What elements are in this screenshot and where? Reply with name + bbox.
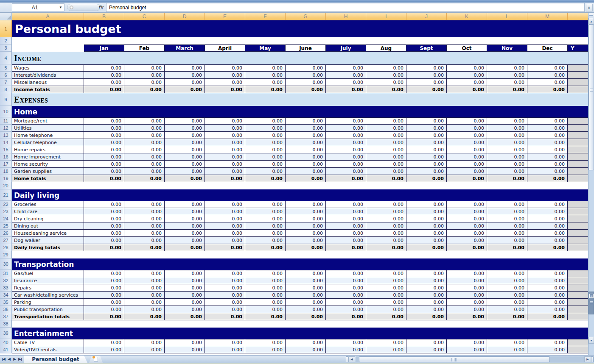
year-total-cell[interactable] bbox=[568, 146, 588, 153]
totals-value-cell[interactable]: 0.00 bbox=[286, 86, 326, 93]
value-cell[interactable]: 0.00 bbox=[527, 284, 568, 292]
year-total-cell[interactable] bbox=[568, 244, 588, 251]
value-cell[interactable]: 0.00 bbox=[527, 230, 568, 237]
value-cell[interactable]: 0.00 bbox=[487, 270, 527, 277]
totals-value-cell[interactable]: 0.00 bbox=[527, 244, 568, 251]
value-cell[interactable]: 0.00 bbox=[326, 139, 366, 146]
row-label-cell[interactable]: Interest/dividends bbox=[12, 72, 84, 79]
totals-value-cell[interactable]: 0.00 bbox=[447, 86, 487, 93]
month-cell[interactable]: March bbox=[165, 44, 205, 52]
row-header-38[interactable]: 38 bbox=[0, 320, 12, 328]
value-cell[interactable]: 0.00 bbox=[84, 72, 124, 79]
expand-formula-bar-button[interactable]: » bbox=[586, 4, 593, 11]
value-cell[interactable]: 0.00 bbox=[84, 208, 124, 215]
value-cell[interactable]: 0.00 bbox=[527, 117, 568, 125]
value-cell[interactable]: 0.00 bbox=[447, 146, 487, 153]
totals-value-cell[interactable]: 0.00 bbox=[527, 86, 568, 93]
value-cell[interactable]: 0.00 bbox=[487, 346, 527, 353]
value-cell[interactable]: 0.00 bbox=[487, 153, 527, 161]
value-cell[interactable]: 0.00 bbox=[205, 299, 245, 306]
row-header-33[interactable]: 33 bbox=[0, 284, 12, 292]
value-cell[interactable]: 0.00 bbox=[84, 117, 124, 125]
value-cell[interactable]: 0.00 bbox=[84, 201, 124, 208]
value-cell[interactable]: 0.00 bbox=[124, 215, 165, 222]
value-cell[interactable]: 0.00 bbox=[527, 215, 568, 222]
value-cell[interactable]: 0.00 bbox=[205, 346, 245, 353]
value-cell[interactable]: 0.00 bbox=[527, 299, 568, 306]
value-cell[interactable]: 0.00 bbox=[205, 79, 245, 86]
value-cell[interactable]: 0.00 bbox=[124, 201, 165, 208]
value-cell[interactable]: 0.00 bbox=[205, 201, 245, 208]
value-cell[interactable]: 0.00 bbox=[84, 64, 124, 72]
totals-value-cell[interactable]: 0.00 bbox=[487, 244, 527, 251]
value-cell[interactable]: 0.00 bbox=[84, 292, 124, 299]
value-cell[interactable]: 0.00 bbox=[205, 72, 245, 79]
month-cell[interactable]: June bbox=[286, 44, 326, 52]
value-cell[interactable]: 0.00 bbox=[326, 132, 366, 139]
value-cell[interactable]: 0.00 bbox=[527, 339, 568, 346]
value-cell[interactable]: 0.00 bbox=[406, 153, 447, 161]
value-cell[interactable]: 0.00 bbox=[447, 125, 487, 132]
value-cell[interactable]: 0.00 bbox=[447, 237, 487, 244]
value-cell[interactable]: 0.00 bbox=[406, 72, 447, 79]
column-header-I[interactable]: I bbox=[366, 13, 406, 20]
value-cell[interactable]: 0.00 bbox=[406, 346, 447, 353]
value-cell[interactable]: 0.00 bbox=[366, 346, 406, 353]
row-header-21[interactable]: 21 bbox=[0, 189, 12, 201]
value-cell[interactable]: 0.00 bbox=[124, 139, 165, 146]
value-cell[interactable]: 0.00 bbox=[245, 284, 286, 292]
value-cell[interactable]: 0.00 bbox=[286, 168, 326, 175]
value-cell[interactable]: 0.00 bbox=[326, 208, 366, 215]
year-total-cell[interactable] bbox=[568, 125, 588, 132]
value-cell[interactable]: 0.00 bbox=[447, 72, 487, 79]
value-cell[interactable]: 0.00 bbox=[366, 64, 406, 72]
value-cell[interactable]: 0.00 bbox=[286, 222, 326, 230]
row-header-9[interactable]: 9 bbox=[0, 93, 12, 106]
totals-value-cell[interactable]: 0.00 bbox=[84, 244, 124, 251]
value-cell[interactable]: 0.00 bbox=[527, 222, 568, 230]
year-total-cell[interactable] bbox=[568, 299, 588, 306]
year-total-cell[interactable] bbox=[568, 292, 588, 299]
totals-value-cell[interactable]: 0.00 bbox=[84, 86, 124, 93]
totals-label-cell[interactable]: Daily living totals bbox=[12, 244, 84, 251]
value-cell[interactable]: 0.00 bbox=[286, 125, 326, 132]
value-cell[interactable]: 0.00 bbox=[527, 125, 568, 132]
section-header[interactable]: Transportation bbox=[12, 258, 588, 270]
previous-sheet-button[interactable]: ◀ bbox=[6, 356, 12, 362]
value-cell[interactable]: 0.00 bbox=[406, 139, 447, 146]
value-cell[interactable]: 0.00 bbox=[326, 237, 366, 244]
year-total-cell[interactable] bbox=[568, 132, 588, 139]
totals-value-cell[interactable]: 0.00 bbox=[205, 313, 245, 320]
value-cell[interactable]: 0.00 bbox=[245, 125, 286, 132]
value-cell[interactable]: 0.00 bbox=[124, 230, 165, 237]
value-cell[interactable]: 0.00 bbox=[245, 64, 286, 72]
totals-value-cell[interactable]: 0.00 bbox=[165, 244, 205, 251]
totals-value-cell[interactable]: 0.00 bbox=[205, 244, 245, 251]
value-cell[interactable]: 0.00 bbox=[205, 146, 245, 153]
value-cell[interactable]: 0.00 bbox=[366, 292, 406, 299]
value-cell[interactable]: 0.00 bbox=[487, 79, 527, 86]
value-cell[interactable]: 0.00 bbox=[366, 277, 406, 284]
row-header-17[interactable]: 17 bbox=[0, 161, 12, 168]
row-header-8[interactable]: 8 bbox=[0, 86, 12, 93]
row-label-cell[interactable]: Dry cleaning bbox=[12, 215, 84, 222]
month-cell[interactable]: Sept bbox=[406, 44, 447, 52]
value-cell[interactable]: 0.00 bbox=[527, 139, 568, 146]
year-total-cell[interactable] bbox=[568, 208, 588, 215]
value-cell[interactable]: 0.00 bbox=[205, 222, 245, 230]
totals-value-cell[interactable]: 0.00 bbox=[487, 175, 527, 182]
totals-value-cell[interactable]: 0.00 bbox=[84, 175, 124, 182]
totals-value-cell[interactable]: 0.00 bbox=[124, 175, 165, 182]
value-cell[interactable]: 0.00 bbox=[124, 346, 165, 353]
value-cell[interactable]: 0.00 bbox=[124, 277, 165, 284]
totals-value-cell[interactable]: 0.00 bbox=[124, 86, 165, 93]
value-cell[interactable]: 0.00 bbox=[406, 146, 447, 153]
month-cell[interactable]: Nov bbox=[487, 44, 527, 52]
value-cell[interactable]: 0.00 bbox=[84, 222, 124, 230]
vertical-scrollbar[interactable]: ▲ × ▼ bbox=[588, 13, 594, 355]
value-cell[interactable]: 0.00 bbox=[245, 161, 286, 168]
value-cell[interactable]: 0.00 bbox=[366, 132, 406, 139]
totals-value-cell[interactable]: 0.00 bbox=[447, 175, 487, 182]
value-cell[interactable]: 0.00 bbox=[487, 284, 527, 292]
value-cell[interactable]: 0.00 bbox=[84, 230, 124, 237]
